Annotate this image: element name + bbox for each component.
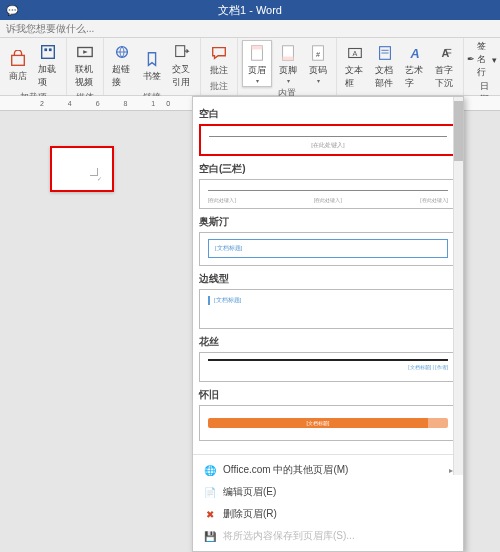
textbox-icon: A xyxy=(345,43,365,63)
section-blank: 空白 xyxy=(199,107,457,121)
office-more-item[interactable]: 🌐 Office.com 中的其他页眉(M) ▸ xyxy=(193,459,463,481)
preview-filigree[interactable]: [文档标题] | [作者] xyxy=(199,352,457,382)
link-icon xyxy=(112,42,132,62)
header-gallery-dropdown: 空白 [在此处键入] 空白(三栏) [在此处键入][在此处键入][在此处键入] … xyxy=(192,96,464,552)
feedback-icon[interactable]: 💬 xyxy=(6,5,18,16)
pagenum-icon: # xyxy=(308,43,328,63)
comment-icon xyxy=(209,43,229,63)
remove-icon: ✖ xyxy=(203,507,217,521)
title-bar: 💬 文档1 - Word xyxy=(0,0,500,20)
section-sideline: 边线型 xyxy=(199,272,457,286)
crossref-icon xyxy=(172,42,192,62)
quick-parts-button[interactable]: 文档部件 xyxy=(371,40,399,93)
gallery-scrollbar[interactable] xyxy=(453,97,463,475)
svg-text:A: A xyxy=(409,47,419,61)
svg-text:A: A xyxy=(353,49,358,58)
svg-rect-6 xyxy=(176,46,185,57)
online-video-button[interactable]: 联机视频 xyxy=(71,40,99,91)
bookmark-icon xyxy=(142,49,162,69)
edit-header-item[interactable]: 📄 编辑页眉(E) xyxy=(193,481,463,503)
preview-blank3[interactable]: [在此处键入][在此处键入][在此处键入] xyxy=(199,179,457,209)
svg-rect-3 xyxy=(49,48,52,51)
edit-icon: 📄 xyxy=(203,485,217,499)
comment-button[interactable]: 批注 xyxy=(205,40,233,80)
section-retro: 怀旧 xyxy=(199,388,457,402)
gallery-scroll[interactable]: 空白 [在此处键入] 空白(三栏) [在此处键入][在此处键入][在此处键入] … xyxy=(193,97,463,454)
section-filigree: 花丝 xyxy=(199,335,457,349)
store-button[interactable]: 商店 xyxy=(4,40,32,91)
chevron-down-icon: ▾ xyxy=(317,77,320,84)
svg-rect-8 xyxy=(252,46,263,50)
parts-icon xyxy=(375,43,395,63)
preview-austin[interactable]: [文档标题] xyxy=(199,232,457,266)
globe-icon: 🌐 xyxy=(203,463,217,477)
preview-sideline[interactable]: [文档标题] xyxy=(199,289,457,329)
save-icon: 💾 xyxy=(203,529,217,543)
bookmark-button[interactable]: 书签 xyxy=(138,40,166,91)
section-blank3: 空白(三栏) xyxy=(199,162,457,176)
my-addins-button[interactable]: 加载项 xyxy=(34,40,62,91)
page-thumbnail[interactable]: ✓ xyxy=(50,146,114,192)
preview-blank[interactable]: [在此处键入] xyxy=(199,124,457,156)
svg-rect-1 xyxy=(42,46,55,59)
remove-header-item[interactable]: ✖ 删除页眉(R) xyxy=(193,503,463,525)
store-icon xyxy=(8,49,28,69)
header-icon xyxy=(247,43,267,63)
gallery-footer: 🌐 Office.com 中的其他页眉(M) ▸ 📄 编辑页眉(E) ✖ 删除页… xyxy=(193,454,463,551)
window-title: 文档1 - Word xyxy=(218,3,282,18)
save-to-gallery-item: 💾 将所选内容保存到页眉库(S)... xyxy=(193,525,463,547)
footer-button[interactable]: 页脚▾ xyxy=(274,40,302,87)
addins-icon xyxy=(38,42,58,62)
video-icon xyxy=(75,42,95,62)
signature-button[interactable]: ✒签名行 ▾ xyxy=(467,40,497,79)
wordart-button[interactable]: A艺术字 xyxy=(401,40,429,93)
ribbon: 商店 加载项 加载项 联机视频 媒体 超链接 书签 交叉引用 链接 批注 批注 … xyxy=(0,38,500,96)
dropcap-icon: A xyxy=(435,43,455,63)
document-area: 2 4 6 8 10 12 14 44 46 48 ✓ 空白 [在此处键入] 空… xyxy=(0,96,500,552)
hyperlink-button[interactable]: 超链接 xyxy=(108,40,136,91)
footer-icon xyxy=(278,43,298,63)
svg-text:#: # xyxy=(316,50,320,59)
dropcap-button[interactable]: A首字下沉 xyxy=(431,40,459,93)
wordart-icon: A xyxy=(405,43,425,63)
chevron-down-icon: ▾ xyxy=(256,77,259,84)
cross-ref-button[interactable]: 交叉引用 xyxy=(168,40,196,91)
section-austin: 奥斯汀 xyxy=(199,215,457,229)
cursor-mark: ✓ xyxy=(97,175,102,182)
page-number-button[interactable]: #页码▾ xyxy=(304,40,332,87)
svg-rect-2 xyxy=(44,48,47,51)
preview-retro[interactable]: [文档标题] xyxy=(199,405,457,441)
svg-rect-0 xyxy=(12,55,25,65)
tell-me-input[interactable]: 诉我您想要做什么... xyxy=(0,20,500,38)
textbox-button[interactable]: A文本框 xyxy=(341,40,369,93)
header-button[interactable]: 页眉▾ xyxy=(242,40,272,87)
svg-rect-10 xyxy=(283,57,294,61)
chevron-down-icon: ▾ xyxy=(287,77,290,84)
signature-icon: ✒ xyxy=(467,54,475,66)
